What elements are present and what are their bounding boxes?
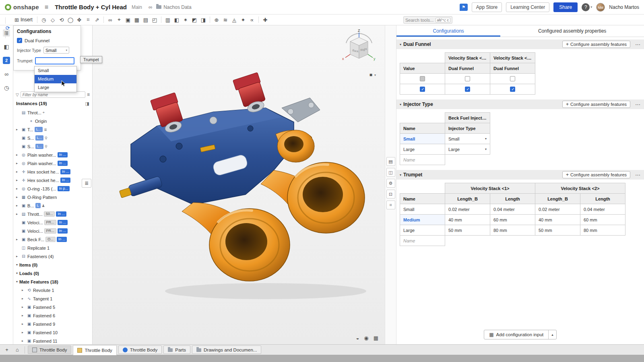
dropdown-option[interactable]: Large [35,83,76,92]
dual-funnel-section-header[interactable]: ▾ Dual Funnel + Configure assembly featu… [396,39,644,49]
length-cell[interactable]: 80 mm [580,225,625,236]
tree-item[interactable]: ▸ ◎ Plain washer... In ... [13,159,92,168]
expand-arrow-icon[interactable]: ▸ [16,161,20,165]
tree-item[interactable]: ◫ Replicate 1 [13,244,92,252]
collapse-panel-icon[interactable]: ◨ [85,101,89,106]
document-tab[interactable]: Parts [163,345,190,354]
tab-configurations[interactable]: Configurations [396,25,500,37]
circular-pattern-icon[interactable]: ◰ [150,16,159,24]
measure-icon[interactable]: ⊕ [212,16,221,24]
mate-feature-item[interactable]: ▸ ▣ Fastened 6 [13,311,92,320]
history-panel-icon[interactable]: ◷ [3,84,10,91]
configure-assembly-features-button[interactable]: + Configure assembly features [562,41,630,48]
print-icon[interactable]: ⊡ [386,190,395,199]
display-states-icon[interactable]: ◨ [199,16,208,24]
velocity-stack-1[interactable] [182,203,290,281]
project-breadcrumb[interactable]: Nachos Data [156,4,191,10]
pattern-icon[interactable]: ▦ [132,16,141,24]
document-tab[interactable]: Throttle Body [28,345,71,354]
explode-icon[interactable]: ✶ [181,16,190,24]
help-menu[interactable]: ? ▾ [582,3,592,11]
bom-table-icon[interactable]: ▤ [386,157,395,166]
sheet-metal-icon[interactable]: ◬ [230,16,239,24]
divider-icon[interactable] [103,17,104,23]
length-cell[interactable]: 80 mm [490,225,535,236]
tab-manager-icon[interactable]: ⌂ [13,346,22,354]
mate-features-section[interactable]: ▾ Mate Features (18) [13,277,92,286]
tree-item[interactable]: ▸ ▤ Thrott... 50... In ... [13,210,92,218]
tab-configured-assembly-properties[interactable]: Configured assembly properties [500,25,644,37]
view-cube[interactable]: Back Right Z x y [339,28,379,68]
mate-feature-item[interactable]: ▸ ∿ Tangent 1 [13,294,92,303]
injector-type-dropdown-cell[interactable]: Small▾ [445,134,490,144]
length-cell[interactable]: 60 mm [580,215,625,225]
config-name-cell[interactable]: Large [400,225,445,236]
loads-section[interactable]: ▾ Loads (0) [13,269,92,277]
custom-tables-icon[interactable]: ⌗ [386,201,395,209]
new-config-name-cell[interactable]: Name [400,236,445,246]
injector-type-dropdown-cell[interactable]: Large▾ [445,144,490,155]
bracket-part[interactable] [282,98,320,122]
section-menu-icon[interactable]: ⋯ [635,101,641,108]
value-checkbox[interactable] [510,76,515,81]
linear-pattern-icon[interactable]: ▤ [141,16,150,24]
group-icon[interactable]: ▣ [124,16,132,24]
camera-orientation-icon[interactable]: ◒ [356,335,359,341]
tree-item[interactable]: ▣ Veloci... PR... In ... [13,218,92,227]
tree-item[interactable]: ▸ ▣ Beck F... O... In ... [13,235,92,244]
expand-arrow-icon[interactable]: ▸ [16,178,20,182]
comments-icon[interactable]: 2 [3,57,10,64]
tree-item[interactable]: ▣ Veloci... PR... In ... [13,227,92,235]
panel-flyout-button[interactable]: ≣ [82,179,91,188]
variable-icon[interactable]: ≋ [221,16,230,24]
trumpet-input[interactable] [35,57,74,64]
trumpet-section-header[interactable]: ▾ Trumpet + Configure assembly features … [396,170,644,180]
frame-icon[interactable]: ✦ [239,16,248,24]
expand-arrow-icon[interactable]: ▸ [16,187,20,190]
part-icon[interactable]: ◇ [48,16,57,24]
notifications-icon[interactable]: ⚑ [460,4,468,11]
link-icon[interactable]: ∞ [149,4,152,10]
expand-arrow-icon[interactable]: ▸ [16,128,20,131]
document-tab[interactable]: Throttle Body [118,345,162,354]
length-cell[interactable]: 60 mm [490,215,535,225]
user-avatar[interactable]: NM [596,3,605,12]
config-name-cell[interactable]: Small [400,204,445,215]
divider-icon[interactable] [210,17,210,23]
revolve-icon[interactable]: ⟲ [57,16,66,24]
share-button[interactable]: Share [553,2,578,12]
app-store-button[interactable]: App Store [472,2,502,12]
view-cube-menu[interactable]: ■ ▾ [369,72,376,78]
divider-icon[interactable] [5,17,6,24]
expand-arrow-icon[interactable]: ▸ [16,170,20,174]
sync-icon[interactable]: ⟳ [3,24,12,32]
expand-arrow-icon[interactable]: ▸ [16,153,20,157]
tree-item[interactable]: ▸ ▣ B... L ♟ [13,201,92,210]
expand-arrow-icon[interactable]: ▸ [22,331,25,334]
length-b-cell[interactable]: 40 mm [535,215,580,225]
viewport-grid-icon[interactable]: ▦ [374,335,378,341]
mate-feature-item[interactable]: ▸ ▣ Fastened 9 [13,320,92,328]
config-name-cell[interactable]: Large [400,144,445,155]
tree-item[interactable]: ▸ ✛ Hex socket he... In ... [13,176,92,184]
length-b-cell[interactable]: 0.02 meter [445,204,490,215]
filter-input[interactable] [21,91,85,98]
mates-panel-icon[interactable]: ∞ [3,70,10,78]
tree-item[interactable]: ▣ S... L... ⚲ [13,134,92,142]
mate-feature-item[interactable]: ▸ ▣ Fastened 5 [13,303,92,311]
expand-arrow-icon[interactable]: ▸ [22,297,25,300]
divider-icon[interactable] [258,17,259,23]
mate-feature-item[interactable]: ▸ ⟲ Revolute 1 [13,286,92,294]
search-tools-input[interactable]: Search tools... alt/⌥ c [403,16,452,24]
length-cell[interactable]: 0.04 meter [490,204,535,215]
tree-item[interactable]: ▸ ▦ O-Ring Pattern [13,193,92,201]
value-checkbox[interactable] [465,76,470,81]
list-options-icon[interactable]: ≡ [87,92,90,97]
expand-arrow-icon[interactable]: ▸ [22,339,25,343]
expand-arrow-icon[interactable]: ▸ [16,204,20,207]
dual-funnel-checkbox[interactable] [17,38,22,43]
move-icon[interactable]: ✥ [75,16,84,24]
section-menu-icon[interactable]: ⋯ [635,41,641,48]
divider-icon[interactable] [161,17,161,23]
mate-feature-item[interactable]: ▸ ▣ Fastened 11 [13,337,92,344]
